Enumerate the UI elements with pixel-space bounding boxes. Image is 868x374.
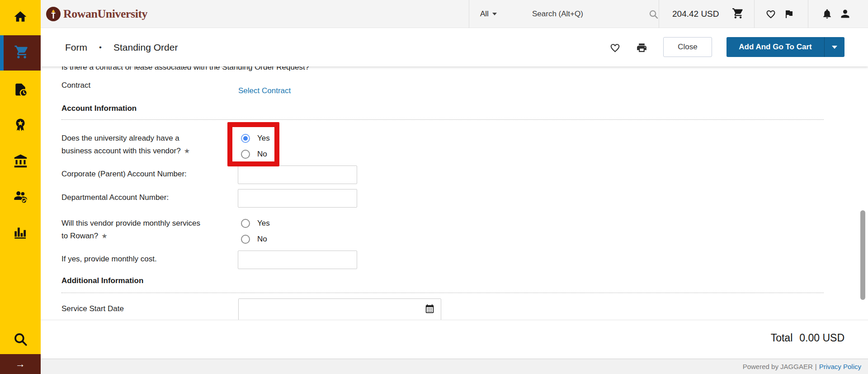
sidebar-item-accounts-payable[interactable]: [0, 148, 41, 176]
print-icon[interactable]: [636, 42, 647, 55]
calendar-icon[interactable]: [425, 304, 434, 315]
departmental-account-label: Departmental Account Number:: [61, 193, 169, 203]
footer-separator: |: [815, 363, 817, 370]
sidebar-item-search[interactable]: [0, 326, 41, 354]
section-heading-additional-information: Additional Information: [61, 276, 143, 285]
award-ribbon-icon: [13, 118, 28, 134]
total-amount: 0.00 USD: [799, 332, 844, 344]
sidebar-item-home[interactable]: [0, 0, 41, 35]
site-footer: Powered by JAGGAER | Privacy Policy: [41, 359, 868, 374]
shopping-cart-icon: [14, 44, 29, 62]
close-button[interactable]: Close: [663, 37, 712, 57]
chevron-down-icon: [492, 13, 497, 15]
radio-unselected-icon[interactable]: [241, 219, 250, 228]
people-check-icon: [13, 189, 28, 206]
search-scope-dropdown[interactable]: All: [480, 0, 497, 28]
add-and-go-to-cart-main[interactable]: Add And Go To Cart: [726, 37, 824, 57]
monthly-services-no-radio[interactable]: No: [241, 234, 267, 244]
home-icon: [13, 9, 28, 26]
notifications-bell-icon[interactable]: [821, 8, 833, 21]
required-star-icon: ★: [101, 232, 107, 240]
powered-by-text: Powered by JAGGAER: [743, 363, 813, 370]
section-heading-account-information: Account Information: [61, 104, 137, 113]
red-highlight-annotation-box: [227, 122, 279, 166]
radio-unselected-icon[interactable]: [241, 235, 250, 244]
service-start-date-label: Service Start Date: [61, 304, 124, 314]
chevron-down-icon: [832, 46, 837, 49]
select-contract-link[interactable]: Select Contract: [238, 86, 291, 95]
add-and-go-to-cart-button: Add And Go To Cart: [726, 37, 844, 57]
bar-chart-icon: [13, 225, 28, 241]
topbar-divider: [659, 0, 659, 28]
topbar-divider: [808, 0, 808, 28]
total-label: Total: [771, 332, 793, 344]
torch-logo-icon: [46, 7, 61, 21]
section-divider: [61, 119, 824, 120]
monthly-cost-input[interactable]: [238, 251, 357, 269]
bank-building-icon: [13, 154, 28, 170]
rowan-university-logo[interactable]: RowanUniversity: [46, 0, 147, 28]
topbar-divider: [754, 0, 755, 28]
favorites-heart-icon[interactable]: [765, 9, 776, 21]
monthly-services-question: Will this vendor provide monthly service…: [61, 217, 200, 242]
privacy-policy-link[interactable]: Privacy Policy: [819, 363, 861, 370]
service-start-date-input[interactable]: [239, 299, 441, 320]
sidebar-expand-button[interactable]: →: [0, 354, 41, 374]
monthly-cost-label: If yes, provide monthly cost.: [61, 254, 157, 264]
expand-arrow-icon: →: [15, 358, 25, 370]
vertical-scrollbar-thumb[interactable]: [860, 210, 865, 300]
sidebar-item-orders[interactable]: [0, 76, 41, 104]
cart-icon: [732, 7, 744, 21]
brand-name: RowanUniversity: [63, 7, 147, 21]
breadcrumb: Form • Standing Order: [65, 28, 178, 66]
page-title: Standing Order: [113, 42, 178, 53]
active-nav-strip: [0, 35, 4, 71]
top-bar: RowanUniversity All Search (Alt+Q) 204.4…: [41, 0, 868, 28]
service-start-date-field: [238, 298, 441, 320]
sidebar-item-shop-active[interactable]: [0, 35, 41, 71]
breadcrumb-separator: •: [99, 43, 102, 52]
user-profile-icon[interactable]: [839, 8, 851, 22]
total-line: Total 0.00 USD: [771, 332, 844, 344]
form-scroll-area: Is there a contract or lease associated …: [41, 66, 868, 320]
corporate-account-label: Corporate (Parent) Account Number:: [61, 169, 187, 179]
search-icon: [13, 331, 28, 349]
sidebar: →: [0, 0, 41, 374]
section-divider: [61, 293, 824, 293]
breadcrumb-type: Form: [65, 42, 87, 53]
departmental-account-input[interactable]: [238, 189, 357, 208]
contract-label: Contract: [61, 80, 90, 90]
sidebar-item-reporting[interactable]: [0, 219, 41, 247]
topbar-divider: [469, 0, 469, 28]
required-star-icon: ★: [184, 147, 190, 155]
add-actions-dropdown[interactable]: [824, 37, 844, 57]
search-icon[interactable]: [648, 9, 659, 21]
sidebar-item-suppliers[interactable]: [0, 184, 41, 212]
monthly-services-yes-radio[interactable]: Yes: [241, 218, 270, 228]
sidebar-item-contracts[interactable]: [0, 112, 41, 140]
cart-amount: 204.42 USD: [672, 9, 719, 19]
business-account-question: Does the university already have a busin…: [61, 132, 190, 157]
global-search-input[interactable]: Search (Alt+Q): [532, 0, 583, 28]
page-header: Form • Standing Order Close Add And Go T…: [41, 28, 868, 66]
corporate-account-input[interactable]: [238, 166, 357, 184]
flag-icon[interactable]: [783, 9, 794, 21]
favorite-heart-icon[interactable]: [609, 42, 621, 55]
cart-total-bar: Total 0.00 USD: [41, 320, 868, 359]
clipped-question-text: Is there a contract or lease associated …: [61, 66, 309, 72]
document-clock-icon: [13, 82, 28, 99]
cart-summary-link[interactable]: 204.42 USD: [672, 0, 744, 28]
